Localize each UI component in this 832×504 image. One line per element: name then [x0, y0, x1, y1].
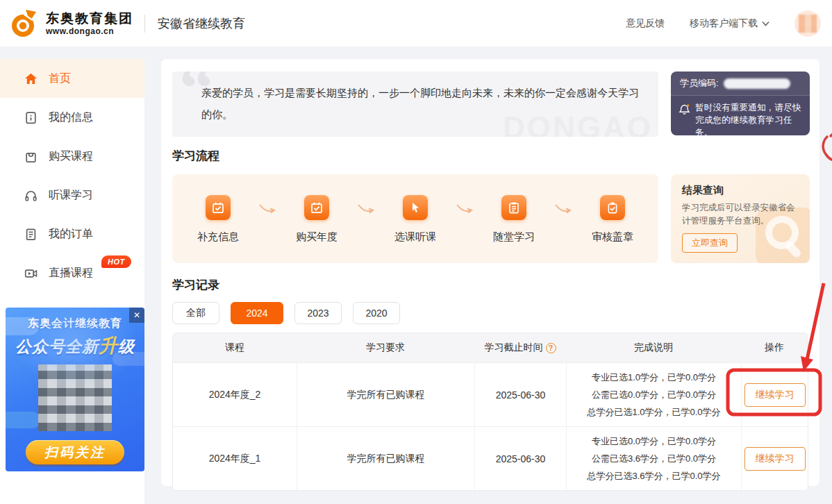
flow-step-review-stamp: 审核盖章 [576, 195, 649, 244]
flow-step-label: 选课听课 [394, 230, 436, 244]
app-download-label: 移动客户端下载 [690, 17, 758, 30]
tab-2020[interactable]: 2020 [353, 302, 400, 324]
cell-deadline: 2025-06-30 [474, 363, 566, 426]
help-icon[interactable]: ? [546, 343, 556, 353]
sidebar-item-my-orders[interactable]: 我的订单 [0, 215, 144, 253]
col-header-action: 操作 [741, 342, 808, 354]
sidebar-item-label: 首页 [49, 72, 71, 86]
feedback-link[interactable]: 意见反馈 [626, 17, 665, 30]
dongao-logo-icon [10, 8, 40, 39]
learning-flow-box: 补充信息 购买年度 选课听课 随堂学习 [172, 174, 658, 263]
sidebar-item-label: 听课学习 [49, 188, 93, 203]
table-row: 2024年度_1 学完所有已购课程 2025-06-30 专业已选0.0学分，已… [173, 426, 808, 490]
app-download-menu[interactable]: 移动客户端下载 [690, 17, 769, 30]
query-now-button[interactable]: 立即查询 [682, 233, 738, 253]
ad-title-line2: 公众号全新升级 [6, 333, 144, 358]
col-header-requirement: 学习要求 [297, 342, 474, 354]
welcome-quote-box: “ 亲爱的学员，学习是需要长期坚持的，一步一个脚印地走向未来，未来的你一定会感谢… [172, 72, 658, 137]
brand-logo[interactable]: 东奥教育集团 www.dongao.cn [10, 8, 133, 39]
bell-icon [679, 103, 690, 135]
records-section-title: 学习记录 [172, 277, 219, 293]
ad-decoration [6, 412, 40, 428]
calendar-check-icon [206, 195, 231, 220]
top-header: 东奥教育集团 www.dongao.cn 安徽省继续教育 意见反馈 移动客户端下… [0, 0, 832, 47]
ad-close-icon[interactable]: ✕ [129, 308, 144, 323]
flow-arrow-icon [258, 203, 276, 219]
flow-step-label: 购买年度 [296, 230, 338, 244]
table-row: 2024年度_2 学完所有已购课程 2025-06-30 专业已选1.0学分，已… [173, 362, 808, 426]
cell-course: 2024年度_1 [173, 427, 297, 490]
cell-course: 2024年度_2 [173, 363, 297, 426]
cell-deadline: 2025-06-30 [474, 427, 566, 490]
sidebar-item-label: 购买课程 [49, 149, 93, 164]
header-divider [144, 15, 145, 33]
cell-completion: 专业已选0.0学分，已学0.0学分 公需已选3.6学分，已学0.0学分 总学分已… [566, 427, 741, 490]
ad-title-line1: 东奥会计继续教育 [6, 317, 144, 331]
flow-arrow-icon [456, 203, 474, 219]
dongao-watermark: DONGAO [503, 110, 653, 137]
flow-step-buy-year: 购买年度 [281, 195, 353, 244]
sidebar-item-label: 直播课程 [49, 266, 93, 280]
info-document-icon [24, 110, 38, 125]
flow-step-supplement-info: 补充信息 [182, 195, 254, 244]
year-filter-tabs: 全部 2024 2023 2020 [172, 302, 400, 324]
headphones-icon [24, 188, 38, 203]
page-title: 安徽省继续教育 [158, 15, 245, 32]
calendar-check-icon [304, 195, 329, 220]
tab-2024[interactable]: 2024 [231, 302, 283, 324]
brand-site-url: www.dongao.cn [46, 26, 133, 36]
continue-study-button[interactable]: 继续学习 [744, 447, 806, 471]
sidebar-item-live-courses[interactable]: 直播课程 HOT [0, 253, 144, 292]
qr-code-blurred [38, 364, 112, 431]
stamp-check-icon [600, 195, 625, 220]
tab-all[interactable]: 全部 [172, 302, 219, 324]
table-header-row: 课程 学习要求 学习截止时间 ? 完成说明 操作 [173, 333, 808, 362]
avatar-blurred-photo [799, 15, 817, 33]
flow-arrow-icon [554, 203, 572, 219]
student-panel: 学员编码: 暂时没有重要通知，请尽快完成您的继续教育学习任务。 [671, 72, 810, 135]
order-list-icon [24, 227, 38, 242]
sidebar-item-label: 我的订单 [49, 227, 93, 242]
sidebar-item-listen-study[interactable]: 听课学习 [0, 176, 144, 215]
user-avatar[interactable] [794, 10, 821, 37]
video-camera-icon [24, 266, 38, 280]
tab-2023[interactable]: 2023 [294, 302, 342, 324]
annotation-edge-mark [823, 133, 832, 160]
student-code-label: 学员编码: [680, 77, 719, 90]
hot-badge: HOT [101, 255, 131, 268]
cell-requirement: 学完所有已购课程 [297, 363, 474, 426]
flow-step-label: 补充信息 [197, 230, 239, 244]
sidebar-item-label: 我的信息 [49, 110, 93, 125]
sidebar-item-home[interactable]: 首页 [0, 59, 144, 98]
result-title: 结果查询 [682, 184, 799, 197]
result-description: 学习完成后可以登录安徽省会计管理服务平台查询。 [682, 201, 803, 228]
cell-completion: 专业已选1.0学分，已学0.0学分 公需已选0.0学分，已学0.0学分 总学分已… [566, 363, 741, 426]
cell-requirement: 学完所有已购课程 [297, 427, 474, 490]
student-code-redacted [724, 78, 790, 89]
flow-arrow-icon [357, 203, 375, 219]
notice-text: 暂时没有重要通知，请尽快完成您的继续教育学习任务。 [695, 101, 803, 135]
scan-follow-button[interactable]: 扫码关注 [26, 440, 124, 464]
col-header-course: 课程 [173, 342, 297, 354]
sidebar-item-buy-courses[interactable]: 购买课程 [0, 137, 144, 176]
wechat-ad-banner[interactable]: ✕ 东奥会计继续教育 公众号全新升级 扫码关注 [6, 308, 144, 471]
flow-step-class-learning: 随堂学习 [478, 195, 550, 244]
home-icon [24, 72, 38, 86]
brand-name: 东奥教育集团 [46, 11, 133, 26]
flow-section-title: 学习流程 [172, 148, 219, 164]
sidebar-item-my-info[interactable]: 我的信息 [0, 98, 144, 137]
flow-step-label: 随堂学习 [493, 230, 535, 244]
continue-study-button[interactable]: 继续学习 [744, 383, 806, 407]
learning-records-table: 课程 学习要求 学习截止时间 ? 完成说明 操作 2024年度_2 学完所有已购… [172, 333, 808, 491]
main-content: “ 亲爱的学员，学习是需要长期坚持的，一步一个脚印地走向未来，未来的你一定会感谢… [161, 59, 819, 486]
clipboard-list-icon [501, 195, 526, 220]
result-query-panel: 结果查询 学习完成后可以登录安徽省会计管理服务平台查询。 立即查询 [671, 174, 810, 263]
col-header-completion: 完成说明 [566, 342, 741, 354]
cursor-icon [403, 195, 428, 220]
flow-step-choose-course: 选课听课 [379, 195, 451, 244]
chevron-down-icon [762, 21, 769, 26]
flow-step-label: 审核盖章 [592, 230, 633, 244]
col-header-deadline: 学习截止时间 ? [474, 342, 566, 354]
shopping-bag-icon [24, 149, 38, 164]
